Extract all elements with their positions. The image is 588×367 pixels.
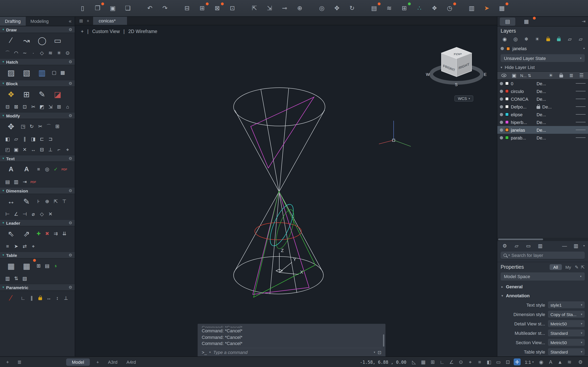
- section-gear-icon[interactable]: ⚙: [69, 285, 72, 290]
- align-icon[interactable]: ⊏: [38, 135, 46, 143]
- scrollbar-thumb[interactable]: [498, 239, 543, 240]
- text-align-icon[interactable]: ▤: [3, 178, 12, 186]
- array-icon[interactable]: ⊞: [53, 122, 62, 131]
- edit-properties-icon[interactable]: ✎: [575, 264, 579, 270]
- ellipse-icon[interactable]: ◠: [12, 49, 20, 57]
- section-modify[interactable]: ▾Modify⚙: [0, 112, 75, 119]
- move-icon[interactable]: ✥: [3, 120, 19, 133]
- annotation-scale-list-icon[interactable]: ▲: [557, 359, 563, 365]
- table-icon[interactable]: ▦: [3, 260, 19, 272]
- section-parametric[interactable]: ▾Parametric⚙: [0, 284, 75, 291]
- lock-constraint-icon[interactable]: [36, 294, 44, 302]
- polar-tracking-icon[interactable]: ∠: [448, 359, 455, 365]
- dim-aligned-icon[interactable]: ⊢: [3, 210, 12, 218]
- layer-settings-icon[interactable]: ⚙: [501, 242, 509, 250]
- equal-constraint-icon[interactable]: ⊥: [62, 294, 70, 302]
- command-options-caret[interactable]: ▾: [209, 351, 211, 354]
- layer-color-swatch[interactable]: [505, 128, 509, 132]
- stretch-icon[interactable]: ▱: [12, 135, 20, 143]
- point-cloud-icon[interactable]: ∴: [415, 3, 424, 13]
- block-insert-icon[interactable]: ❖: [3, 88, 19, 100]
- layer-freeze-icon[interactable]: ❄: [522, 35, 530, 43]
- layer-row[interactable]: circuloDe...: [497, 87, 588, 95]
- layers-panel-tab-icon[interactable]: ▤: [500, 17, 515, 25]
- layer-merge-icon[interactable]: ▱: [577, 35, 585, 43]
- open-file-icon[interactable]: ❐: [93, 3, 103, 13]
- layer-thaw-icon[interactable]: ☀: [533, 35, 541, 43]
- property-value-dropdown[interactable]: style1▾: [548, 301, 585, 308]
- dock-properties-icon[interactable]: ⇱: [581, 264, 585, 270]
- property-section-annotation[interactable]: ▾Annotation: [497, 291, 588, 300]
- erase-icon[interactable]: ◰: [3, 146, 12, 154]
- annotation-visibility-icon[interactable]: ◉: [538, 359, 545, 365]
- object-snap-tracking-icon[interactable]: ⌖: [467, 359, 474, 365]
- chamfer-icon[interactable]: ⊟: [38, 146, 46, 154]
- circle-icon[interactable]: ◯: [34, 34, 50, 47]
- print-preview-icon[interactable]: ⊞: [197, 3, 207, 13]
- hatch-pattern-icon[interactable]: ▧: [19, 67, 34, 79]
- explode-icon[interactable]: ▣: [12, 146, 20, 154]
- gradient-icon[interactable]: ▥: [34, 67, 50, 79]
- layout-menu-icon[interactable]: ≣: [16, 359, 23, 365]
- lengthen-icon[interactable]: ↔: [29, 146, 38, 154]
- layer-properties-icon[interactable]: ▤: [369, 3, 379, 13]
- xref-attach-icon[interactable]: ⇱: [250, 3, 259, 13]
- filter-my-button[interactable]: My: [564, 264, 572, 270]
- share-icon[interactable]: ➤: [482, 3, 492, 13]
- mleader-icon[interactable]: ⇖: [3, 227, 19, 240]
- hatch-icon[interactable]: ▨: [3, 67, 19, 79]
- keyboard-icon[interactable]: ⊡: [378, 350, 381, 355]
- table-cell-icon[interactable]: ⊞: [34, 262, 43, 270]
- layer-color-swatch[interactable]: [505, 97, 509, 101]
- base-point-icon[interactable]: ⊡: [20, 103, 29, 111]
- annotation-autoscale-icon[interactable]: A: [547, 359, 554, 365]
- layer-row[interactable]: hiperb...De...: [497, 118, 588, 126]
- mleader-remove-icon[interactable]: ✖: [43, 230, 52, 238]
- save-icon[interactable]: ▣: [108, 3, 118, 13]
- dim-radius-icon[interactable]: ⊣: [20, 210, 29, 218]
- current-layer-dropdown[interactable]: janelas ▾: [497, 44, 588, 53]
- attribute-define-icon[interactable]: ⊟: [3, 103, 12, 111]
- tab-modeling[interactable]: Modeling: [26, 17, 53, 26]
- mleader-collect-icon[interactable]: ⇊: [60, 230, 69, 238]
- block-save-icon[interactable]: ◩: [38, 103, 46, 111]
- column-menu-icon[interactable]: ☰: [577, 72, 586, 79]
- layer-off-icon[interactable]: ◎: [511, 35, 520, 43]
- ole-object-icon[interactable]: ⇲: [265, 3, 274, 13]
- sweep-icon[interactable]: ⌖: [63, 146, 72, 154]
- layer-row[interactable]: CONICADe...: [497, 95, 588, 103]
- undo-icon[interactable]: ↶: [145, 3, 155, 13]
- layer-new-icon[interactable]: ▱: [566, 35, 574, 43]
- property-value-dropdown[interactable]: Standard▾: [548, 329, 585, 336]
- view-control[interactable]: Custom View: [92, 29, 120, 34]
- block-array-icon[interactable]: ⊞: [55, 103, 63, 111]
- leader-arrow-icon[interactable]: ➤: [12, 242, 20, 250]
- solid-fill-icon[interactable]: ▩: [58, 68, 67, 77]
- measure-icon[interactable]: ⊸: [280, 3, 290, 13]
- match-properties-icon[interactable]: ≋: [384, 3, 394, 13]
- mleader-edit-icon[interactable]: ⇗: [19, 227, 34, 240]
- selection-cycling-icon[interactable]: ▭: [495, 359, 502, 365]
- layer-list-hscrollbar[interactable]: [497, 238, 588, 241]
- horizontal-constraint-icon[interactable]: ↔: [44, 294, 53, 302]
- section-gear-icon[interactable]: ⚙: [69, 59, 72, 64]
- section-table[interactable]: ▾Table⚙: [0, 252, 75, 259]
- mleader-align-icon[interactable]: ⇉: [52, 230, 60, 238]
- block-create-icon[interactable]: ⊞: [19, 88, 34, 100]
- content-browser-icon[interactable]: ▥: [467, 3, 476, 13]
- layer-unlock-icon[interactable]: [555, 35, 563, 43]
- mirror-icon[interactable]: ◧: [3, 135, 12, 143]
- zoom-icon[interactable]: ◎: [317, 3, 327, 13]
- orbit-icon[interactable]: ↻: [347, 3, 357, 13]
- new-file-icon[interactable]: ▯: [78, 3, 87, 13]
- filter-all-button[interactable]: All: [550, 264, 562, 270]
- block-edit-icon[interactable]: ✎: [34, 88, 50, 100]
- text-style-icon[interactable]: ≡: [34, 165, 43, 173]
- columns-icon[interactable]: ▥: [572, 242, 580, 250]
- rectangle-icon[interactable]: ▭: [50, 34, 65, 47]
- collapse-palette-button[interactable]: «: [66, 17, 75, 26]
- dim-baseline-icon[interactable]: ⊦: [34, 197, 43, 206]
- remove-item-icon[interactable]: —: [561, 242, 569, 250]
- settings-gear-icon[interactable]: ⚙: [577, 359, 584, 365]
- property-section-general[interactable]: ▸General: [497, 282, 588, 291]
